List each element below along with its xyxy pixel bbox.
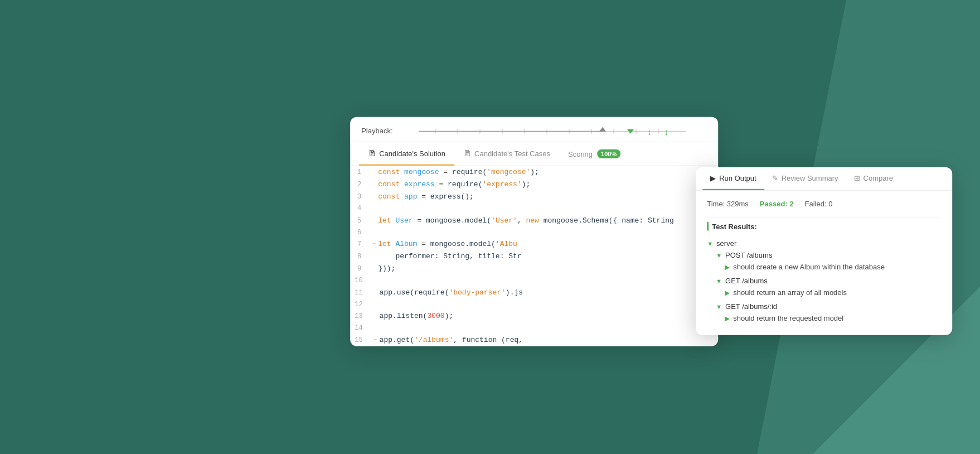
code-line-2: 2 const express = require('express'); [350,178,718,191]
line-content-8: performer: String, title: Str [378,250,718,263]
line-content-13: app.listen(3000); [380,310,719,322]
tree-parent-server[interactable]: ▼ server [707,238,941,249]
create-album-label: should create a new Album within the dat… [733,263,885,271]
line-num-14: 14 [350,322,371,334]
line-num-9: 9 [350,263,370,274]
testcases-icon: 🖹 [463,149,471,158]
code-line-14: 14 [350,322,718,334]
separator-1 [707,217,941,218]
get-albums-label: GET /albums [725,277,768,285]
playback-bar: Playback: [350,117,718,142]
line-num-1: 1 [350,167,370,178]
code-line-3: 3 const app = express(); [350,191,718,203]
tab-compare-label: Compare [863,174,893,182]
tree-parent-get-albums[interactable]: ▼ GET /albums [707,275,941,287]
code-line-9: 9 })); [350,263,718,275]
code-line-11: 11 app.use(require('body-parser').js [350,287,718,299]
playback-label: Playback: [361,126,392,134]
tree-parent-post-albums[interactable]: ▼ POST /albums [707,249,941,261]
tab-scoring[interactable]: Scoring 100% [559,143,629,165]
tree-item-get-albums-id: ▼ GET /albums/:id ▶ should return the re… [707,301,941,324]
line-num-15: 15 [350,335,371,346]
results-accent [707,222,709,231]
line-num-3: 3 [350,191,370,202]
code-line-15: 15 ~ app.get('/albums', function (req, [350,334,718,346]
line-content-7: let Album = mongoose.model('Albu [378,238,718,250]
tab-compare[interactable]: ⊞ Compare [846,167,901,190]
score-badge: 100% [597,149,620,158]
get-albums-id-label: GET /albums/:id [725,302,777,311]
line-num-6: 6 [350,227,370,238]
tab-run-output[interactable]: ▶ Run Output [702,167,764,190]
line-diff-7: ~ [370,239,378,250]
code-line-12: 12 [350,299,718,310]
code-tabs-bar: 🖹 Candidate's Solution 🖹 Candidate's Tes… [350,142,718,166]
tab-candidate-test-cases[interactable]: 🖹 Candidate's Test Cases [454,142,559,166]
line-diff-15: ~ [372,335,380,346]
output-tabs: ▶ Run Output ✎ Review Summary ⊞ Compare [696,167,952,191]
chevron-down-icon-server: ▼ [707,240,713,247]
tab-review-summary-label: Review Summary [782,174,838,182]
code-line-13: 13 app.listen(3000); [350,310,718,322]
line-content-9: })); [378,263,718,275]
tree-leaf-create-album[interactable]: ▶ should create a new Album within the d… [707,261,941,273]
svg-text:↓: ↓ [647,127,652,137]
stat-time: Time: 329ms [707,200,749,208]
chevron-down-icon-get: ▼ [716,277,722,284]
line-num-5: 5 [350,215,370,226]
code-line-10: 10 [350,275,718,286]
tab-candidate-solution[interactable]: 🖹 Candidate's Solution [359,142,454,166]
stat-failed: Failed: 0 [805,200,833,208]
line-num-13: 13 [350,311,371,322]
run-icon: ▶ [710,174,716,182]
line-num-4: 4 [350,203,370,214]
line-num-7: 7 [350,239,370,250]
tree-leaf-return-model[interactable]: ▶ should return the requested model [707,312,941,324]
line-content-2: const express = require('express'); [378,178,718,191]
svg-text:↓: ↓ [664,127,668,137]
play-icon-return-model: ▶ [725,314,730,322]
tab-solution-label: Candidate's Solution [379,149,445,157]
tree-leaf-return-array[interactable]: ▶ should return an array of all models [707,287,941,298]
code-area: 1 const mongoose = require('mongoose'); … [350,166,718,346]
line-content-15: app.get('/albums', function (req, [380,334,719,346]
code-line-5: 5 let User = mongoose.model('User', new … [350,214,718,226]
code-line-7: 7 ~ let Album = mongoose.model('Albu [350,238,718,250]
playback-svg: ↓ ↓ [399,124,707,137]
tree-parent-get-albums-id[interactable]: ▼ GET /albums/:id [707,301,941,312]
tab-scoring-label: Scoring [568,149,593,158]
tree-item-get-albums: ▼ GET /albums ▶ should return an array o… [707,275,941,298]
stat-passed: Passed: 2 [760,200,794,208]
line-num-8: 8 [350,251,370,262]
playback-track-area[interactable]: ↓ ↓ [399,124,707,137]
compare-icon: ⊞ [854,174,860,182]
code-line-4: 4 [350,203,718,214]
code-line-1: 1 const mongoose = require('mongoose'); [350,166,718,178]
test-results-label: Test Results: [712,222,757,230]
line-content-5: let User = mongoose.model('User', new mo… [378,214,718,226]
line-num-10: 10 [350,275,371,286]
line-content-11: app.use(require('body-parser').js [380,287,719,299]
tab-review-summary[interactable]: ✎ Review Summary [764,167,846,190]
chevron-down-icon-post: ▼ [716,252,722,258]
line-num-12: 12 [350,299,371,310]
code-line-8: 8 performer: String, title: Str [350,250,718,263]
tree-item-post-albums: ▼ POST /albums ▶ should create a new Alb… [707,249,941,273]
line-content-1: const mongoose = require('mongoose'); [378,166,718,178]
tab-testcases-label: Candidate's Test Cases [474,149,550,157]
tree-item-server: ▼ server ▼ POST /albums ▶ should create … [707,238,941,324]
solution-icon: 🖹 [368,149,376,158]
code-panel: Playback: [350,117,718,346]
main-container: Playback: [350,117,718,346]
tab-run-output-label: Run Output [719,174,756,182]
play-icon-create-album: ▶ [725,263,730,271]
chevron-down-icon-get-id: ▼ [716,303,722,310]
return-model-label: should return the requested model [733,314,843,322]
svg-marker-13 [599,127,606,132]
test-results-heading: Test Results: [707,222,941,231]
line-num-2: 2 [350,179,370,190]
line-content-3: const app = express(); [378,191,718,203]
line-num-11: 11 [350,287,371,298]
review-icon: ✎ [772,174,778,182]
play-icon-return-array: ▶ [725,288,730,296]
